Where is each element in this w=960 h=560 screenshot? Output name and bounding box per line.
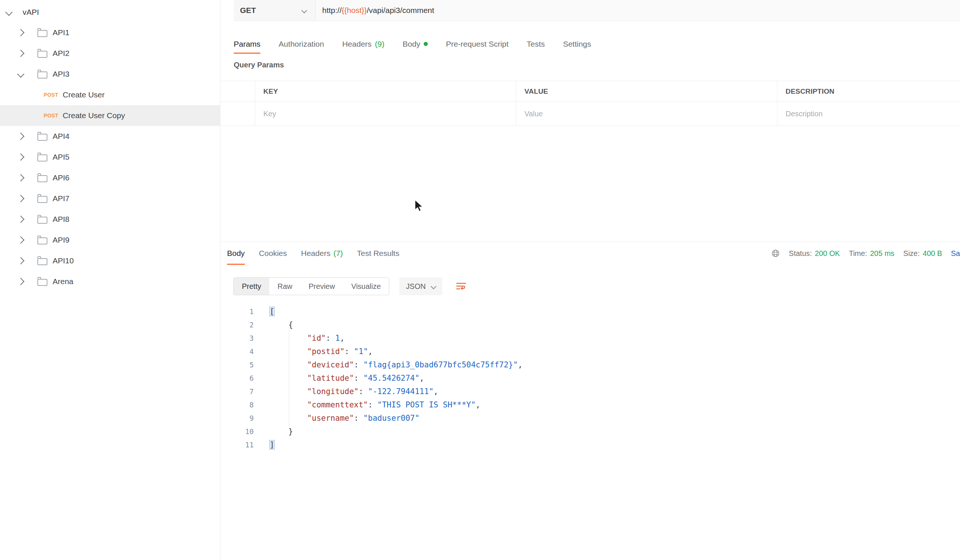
tab-label: Headers (301, 249, 330, 258)
response-tab-body[interactable]: Body (227, 242, 245, 265)
url-input[interactable]: http://{{host}}/vapi/api3/comment (315, 0, 960, 21)
tab-label: Authorization (278, 40, 324, 48)
save-response-button[interactable]: Sa (951, 249, 960, 258)
json-punct (270, 414, 307, 422)
request-tab-pre-request-script[interactable]: Pre-request Script (446, 34, 509, 54)
folder-icon (37, 30, 47, 37)
request-tab-authorization[interactable]: Authorization (278, 34, 324, 54)
code-line: 11] (221, 438, 960, 451)
column-header-value: VALUE (516, 81, 777, 101)
wrap-lines-button[interactable] (453, 278, 469, 294)
url-variable: {{host}} (342, 6, 367, 15)
meta-size: Size:400 B (903, 249, 942, 258)
folder-label: API10 (53, 256, 74, 265)
folder-label: API4 (53, 132, 70, 141)
format-select[interactable]: JSON (399, 277, 442, 295)
json-punct: , (434, 387, 438, 396)
chevron-down-icon (301, 7, 307, 13)
request-tab-tests[interactable]: Tests (526, 34, 545, 54)
line-number: 11 (221, 441, 254, 449)
folder-label: API5 (53, 153, 70, 162)
sidebar-folder-api7[interactable]: API7 (0, 188, 220, 209)
param-input-value[interactable]: Value (516, 102, 777, 126)
request-tab-settings[interactable]: Settings (563, 34, 591, 54)
json-punct (270, 347, 307, 356)
meta-status: Status:200 OK (789, 249, 840, 258)
sidebar-folder-api8[interactable]: API8 (0, 209, 220, 230)
folder-icon (37, 196, 47, 203)
view-mode-preview[interactable]: Preview (300, 278, 343, 295)
request-label: Create User (62, 90, 104, 99)
param-input-key[interactable]: Key (255, 102, 516, 126)
tab-count: (7) (333, 249, 343, 258)
json-punct (270, 374, 307, 382)
sidebar-folder-arena[interactable]: Arena (0, 271, 220, 292)
line-content: "commenttext": "THIS POST IS SH***Y", (254, 400, 480, 409)
code-line: 9 "username": "baduser007" (221, 411, 960, 425)
sidebar-folder-api2[interactable]: API2 (0, 43, 220, 64)
view-mode-raw[interactable]: Raw (269, 278, 300, 295)
request-tab-body[interactable]: Body (403, 34, 428, 54)
sidebar-folder-api4[interactable]: API4 (0, 126, 220, 147)
tab-label: Tests (526, 40, 545, 48)
checkbox-column (221, 81, 255, 101)
json-punct: : (358, 387, 368, 396)
format-label: JSON (406, 282, 426, 291)
json-punct: ] (270, 440, 274, 449)
view-mode-visualize[interactable]: Visualize (343, 278, 389, 295)
line-number: 7 (221, 387, 254, 395)
json-punct (270, 387, 307, 396)
sidebar-request-create-user[interactable]: POSTCreate User (0, 85, 220, 105)
json-punct: , (475, 400, 480, 409)
folder-icon (37, 134, 47, 141)
wrap-lines-icon (456, 282, 467, 291)
json-key: "latitude" (307, 374, 354, 382)
json-string: "45.5426274" (363, 374, 420, 382)
tab-label: Body (227, 249, 245, 258)
network-globe-icon[interactable] (771, 249, 780, 258)
response-tab-headers[interactable]: Headers(7) (301, 242, 343, 265)
view-mode-pretty[interactable]: Pretty (234, 278, 269, 295)
sidebar-folder-api9[interactable]: API9 (0, 230, 220, 250)
line-number: 10 (221, 427, 254, 435)
json-punct: : (326, 334, 335, 342)
sidebar-folder-api6[interactable]: API6 (0, 167, 220, 188)
code-line: 5 "deviceid": "flag{api3_0bad677bfc504c7… (221, 358, 960, 371)
sidebar-folder-api5[interactable]: API5 (0, 147, 220, 167)
json-punct: , (518, 360, 523, 369)
chevron-down-icon (17, 70, 24, 78)
column-header-key: KEY (255, 81, 516, 101)
sidebar-folder-api3[interactable]: API3 (0, 64, 220, 85)
chevron-right-icon (17, 236, 24, 244)
request-tab-headers[interactable]: Headers(9) (342, 34, 384, 54)
response-tab-test-results[interactable]: Test Results (357, 242, 399, 265)
tab-count: (9) (375, 40, 384, 48)
response-body-viewer[interactable]: 1[2 {3 "id": 1,4 "postid": "1",5 "device… (221, 305, 960, 560)
folder-icon (37, 258, 47, 265)
folder-label: Arena (53, 277, 73, 286)
json-string: "baduser007" (363, 414, 420, 422)
sidebar-folder-api10[interactable]: API10 (0, 250, 220, 271)
chevron-right-icon (17, 195, 24, 202)
collection-root-vapi[interactable]: vAPI (0, 2, 220, 22)
json-string: "flag{api3_0bad677bfc504c75ff72}" (363, 360, 518, 369)
method-select[interactable]: GET (234, 0, 315, 21)
meta-value: 205 ms (870, 249, 894, 258)
request-tab-params[interactable]: Params (234, 34, 260, 54)
code-line: 10 } (221, 425, 960, 438)
meta-value: 400 B (923, 249, 942, 258)
json-number: 1 (335, 334, 340, 342)
line-content: "id": 1, (254, 334, 344, 342)
param-input-description[interactable]: Description (777, 102, 960, 126)
response-tab-cookies[interactable]: Cookies (259, 242, 287, 265)
folder-icon (37, 154, 47, 162)
response-panel: BodyCookiesHeaders(7)Test Results Status… (221, 242, 960, 560)
sidebar-request-create-user-copy[interactable]: POSTCreate User Copy (0, 105, 220, 126)
sidebar-folder-api1[interactable]: API1 (0, 22, 220, 43)
line-number: 5 (221, 361, 254, 369)
meta-label: Size: (903, 249, 920, 258)
folder-icon (37, 72, 47, 78)
chevron-right-icon (17, 133, 24, 140)
folder-icon (37, 51, 47, 58)
folder-icon (37, 279, 47, 286)
